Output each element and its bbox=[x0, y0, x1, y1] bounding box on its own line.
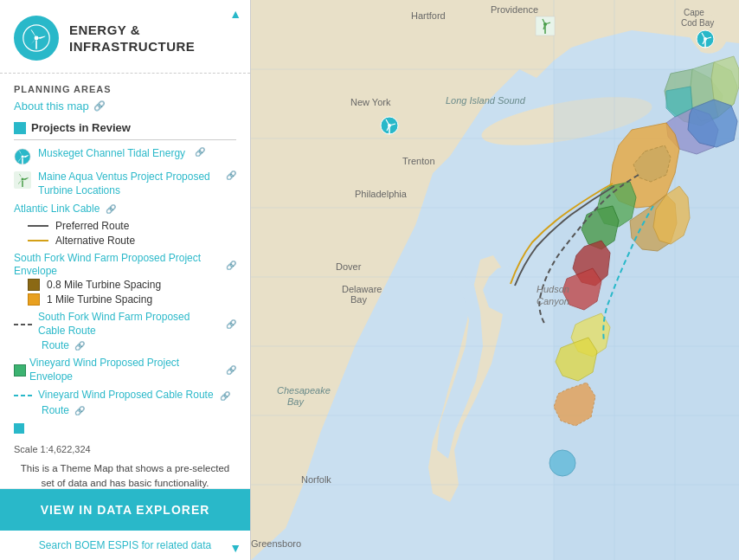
svg-point-43 bbox=[549, 450, 575, 476]
svg-text:Delaware: Delaware bbox=[342, 284, 382, 294]
svg-text:Canyon: Canyon bbox=[537, 296, 569, 306]
turbine-legend: 0.8 Mile Turbine Spacing 1 Mile Turbine … bbox=[28, 279, 236, 306]
svg-text:Hartford: Hartford bbox=[411, 10, 446, 21]
checkbox-row bbox=[14, 422, 236, 437]
ext-icon-sf-env: 🔗 bbox=[226, 261, 236, 270]
vineyard-cable-section: Vineyard Wind Proposed Cable Route 🔗 Rou… bbox=[14, 389, 236, 416]
legend-box-orange bbox=[28, 293, 40, 306]
vineyard-envelope-link[interactable]: Vineyard Wind Proposed Project Envelope bbox=[29, 357, 220, 383]
extra-checkbox[interactable] bbox=[14, 423, 24, 434]
svg-text:Norfolk: Norfolk bbox=[301, 474, 331, 485]
collapse-bottom-arrow[interactable]: ▼ bbox=[229, 541, 241, 555]
projects-checkbox[interactable] bbox=[14, 122, 26, 134]
view-data-explorer-button[interactable]: VIEW IN DATA EXPLORER bbox=[0, 489, 250, 531]
alternative-route-item: Alternative Route bbox=[28, 235, 236, 247]
svg-text:New York: New York bbox=[350, 97, 391, 107]
vineyard-cable-line bbox=[14, 395, 35, 396]
sf-cable-route-line bbox=[14, 324, 35, 325]
legend-box-brown bbox=[28, 279, 40, 291]
svg-text:Bay: Bay bbox=[287, 396, 305, 407]
layer-link-muskeget[interactable]: Muskeget Channel Tidal Energy bbox=[38, 147, 185, 161]
south-fork-cable-route-label: Route 🔗 bbox=[42, 339, 236, 351]
ext-icon-sf-cable: 🔗 bbox=[226, 319, 236, 329]
ext-icon-vy-cable: 🔗 bbox=[220, 391, 230, 401]
layer-muskeget: Muskeget Channel Tidal Energy 🔗 bbox=[14, 147, 236, 165]
south-fork-cable-link[interactable]: South Fork Wind Farm Proposed Cable Rout… bbox=[38, 311, 220, 338]
scale-label: Scale 1:4,622,324 bbox=[14, 444, 236, 454]
alternative-route-line bbox=[28, 240, 48, 241]
preferred-route-line bbox=[28, 225, 48, 227]
svg-text:Philadelphia: Philadelphia bbox=[355, 189, 408, 199]
svg-text:Bay: Bay bbox=[350, 294, 367, 305]
south-fork-envelope-link[interactable]: South Fork Wind Farm Proposed Project En… bbox=[14, 252, 220, 279]
svg-text:Cape: Cape bbox=[684, 8, 704, 17]
layer-maine: Maine Aqua Ventus Project Proposed Turbi… bbox=[14, 171, 236, 197]
logo-icon bbox=[14, 16, 59, 61]
collapse-top-arrow[interactable]: ▲ bbox=[229, 7, 241, 21]
atlantic-routes: Preferred Route Alternative Route bbox=[28, 220, 236, 247]
planning-areas-title: PLANNING AREAS bbox=[14, 84, 236, 94]
svg-text:Providence: Providence bbox=[491, 4, 538, 15]
search-boem-link[interactable]: Search BOEM ESPIS for related data bbox=[0, 531, 250, 560]
logo-area: ENERGY & INFRASTRUCTURE ▲ bbox=[0, 0, 250, 74]
ext-icon-maine: 🔗 bbox=[226, 171, 236, 180]
svg-text:Hudson: Hudson bbox=[537, 284, 569, 294]
vineyard-envelope-section: Vineyard Wind Proposed Project Envelope … bbox=[14, 357, 236, 383]
svg-text:Chesapeake: Chesapeake bbox=[277, 385, 331, 396]
south-fork-cable-section: South Fork Wind Farm Proposed Cable Rout… bbox=[14, 311, 236, 351]
turbine-08mi: 0.8 Mile Turbine Spacing bbox=[28, 279, 236, 291]
svg-text:Greensboro: Greensboro bbox=[251, 538, 301, 549]
vineyard-cable-route-label: Route 🔗 bbox=[42, 404, 236, 416]
sidebar-scroll: PLANNING AREAS About this map 🔗 Projects… bbox=[0, 74, 250, 488]
ext-icon-atlantic: 🔗 bbox=[106, 204, 116, 214]
south-fork-envelope-section: South Fork Wind Farm Proposed Project En… bbox=[14, 252, 236, 306]
turbine-icon-maine bbox=[14, 171, 31, 189]
sidebar-footer: VIEW IN DATA EXPLORER Search BOEM ESPIS … bbox=[0, 488, 250, 560]
external-link-icon: 🔗 bbox=[93, 100, 106, 112]
map-area[interactable]: Hartford Providence Cape Cod Bay New Yor… bbox=[251, 0, 739, 560]
svg-text:Trenton: Trenton bbox=[402, 156, 435, 166]
svg-text:Long Island Sound: Long Island Sound bbox=[446, 95, 526, 106]
svg-text:Cod Bay: Cod Bay bbox=[681, 18, 714, 28]
atlantic-link-link[interactable]: Atlantic Link Cable bbox=[14, 203, 100, 216]
ext-icon-vy-env: 🔗 bbox=[226, 365, 236, 375]
turbine-1mi: 1 Mile Turbine Spacing bbox=[28, 293, 236, 306]
vineyard-env-box bbox=[14, 364, 26, 377]
logo-text: ENERGY & INFRASTRUCTURE bbox=[69, 22, 195, 55]
svg-text:Dover: Dover bbox=[336, 261, 362, 272]
atlantic-link-section: Atlantic Link Cable 🔗 Preferred Route Al… bbox=[14, 203, 236, 247]
ext-icon-muskeget: 🔗 bbox=[195, 147, 205, 157]
turbine-icon-muskeget bbox=[14, 148, 31, 165]
projects-header: Projects in Review bbox=[14, 121, 236, 140]
preferred-route-item: Preferred Route bbox=[28, 220, 236, 232]
description-text: This is a Theme Map that shows a pre-sel… bbox=[14, 461, 236, 488]
layer-link-maine[interactable]: Maine Aqua Ventus Project Proposed Turbi… bbox=[38, 171, 216, 197]
about-link[interactable]: About this map 🔗 bbox=[14, 100, 236, 113]
vineyard-cable-link[interactable]: Vineyard Wind Proposed Cable Route bbox=[38, 389, 214, 402]
sidebar: ENERGY & INFRASTRUCTURE ▲ PLANNING AREAS… bbox=[0, 0, 251, 560]
